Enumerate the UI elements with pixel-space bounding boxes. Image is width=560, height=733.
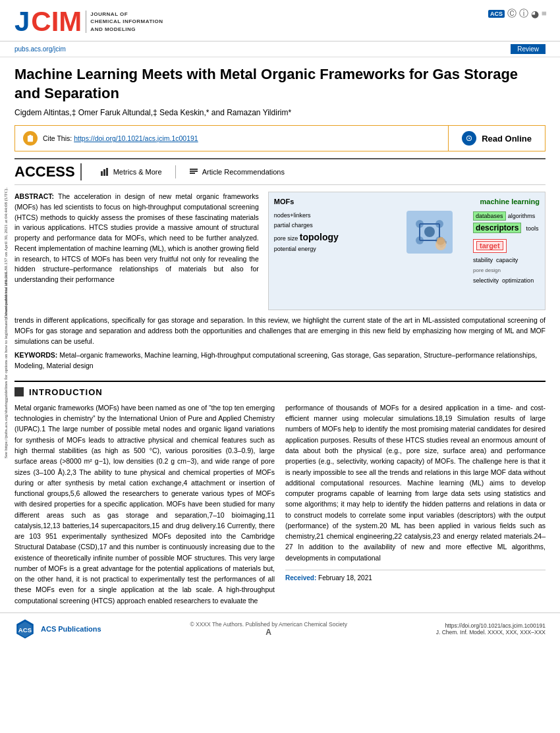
ga-nodes: nodes+linkers partial charges pore size … xyxy=(274,211,385,254)
received-section: Received: February 18, 2021 xyxy=(285,570,546,584)
svg-rect-0 xyxy=(101,171,103,176)
equals-icon: ≡ xyxy=(542,9,547,19)
review-badge: Review xyxy=(511,44,546,54)
ga-right-panel: databases algorithms descriptors tools t… xyxy=(473,211,540,286)
cc-icon: Ⓒ xyxy=(507,8,517,20)
logo-letters-cim: CIM xyxy=(31,8,82,36)
svg-point-23 xyxy=(437,237,445,245)
journal-name: JOURNAL OF CHEMICAL INFORMATION AND MODE… xyxy=(86,11,163,33)
intro-heading: INTRODUCTION xyxy=(29,387,103,397)
cite-row: Cite This: https://doi.org/10.1021/acs.j… xyxy=(14,125,546,151)
acs-icon: ACS xyxy=(488,10,505,18)
copyright-text: © XXXX The Authors. Published by America… xyxy=(190,621,347,628)
ga-molecular-img xyxy=(406,211,453,254)
journal-line3: AND MODELING xyxy=(90,26,163,33)
graphic-abstract: MOFs machine learning nodes+linkers part… xyxy=(268,192,546,310)
keywords-label: KEYWORDS: xyxy=(14,351,57,359)
authors: Cigdem Altintas,‡ Omer Faruk Altundal,‡ … xyxy=(14,108,546,117)
header: J CIM JOURNAL OF CHEMICAL INFORMATION AN… xyxy=(0,0,560,41)
read-svg xyxy=(465,134,473,142)
svg-rect-1 xyxy=(103,169,105,176)
cite-label: Cite This: xyxy=(43,134,72,142)
keywords: KEYWORDS: Metal–organic frameworks, Mach… xyxy=(14,350,546,371)
header-right: ACS Ⓒ ⓘ ◕ ≡ xyxy=(488,8,547,20)
access-divider xyxy=(175,165,176,178)
ga-databases: databases xyxy=(473,211,506,221)
graphic-abstract-col: MOFs machine learning nodes+linkers part… xyxy=(268,192,546,310)
acs-hexagon-logo: ACS xyxy=(14,618,36,639)
abstract-continuation: trends in different applications, specif… xyxy=(14,315,546,346)
received-date: February 18, 2021 xyxy=(318,574,372,582)
footer: ACS ACS Publications © XXXX The Authors.… xyxy=(0,612,560,645)
body-columns: Metal organic frameworks (MOFs) have bee… xyxy=(14,402,546,606)
ga-descriptors: descriptors xyxy=(473,223,521,233)
side-text-area: Downloaded via 181.215.80.157 on April 3… xyxy=(0,198,12,527)
body-col-left: Metal organic frameworks (MOFs) have bee… xyxy=(14,402,275,606)
abstract-section: ABSTRACT: The acceleration in design of … xyxy=(14,192,546,310)
cite-icon xyxy=(23,131,38,146)
ga-algorithms: algorithms xyxy=(508,213,536,219)
read-icon xyxy=(462,131,476,146)
received-label: Received: xyxy=(285,574,316,582)
ga-left-panel: nodes+linkers partial charges pore size … xyxy=(274,211,385,254)
footer-journal-ref: J. Chem. Inf. Model. XXXX, XXX, XXX–XXX xyxy=(436,629,546,636)
page-letter: A xyxy=(266,628,271,637)
cite-doi-link[interactable]: https://doi.org/10.1021/acs.jcim.1c00191 xyxy=(74,134,198,142)
ga-poredesign: pore design xyxy=(473,267,501,273)
svg-text:ACS: ACS xyxy=(18,626,32,634)
journal-logo: J CIM JOURNAL OF CHEMICAL INFORMATION AN… xyxy=(14,8,163,36)
info-icon: ⓘ xyxy=(519,8,528,20)
section-icon xyxy=(14,387,24,396)
ga-ml-label: machine learning xyxy=(480,198,540,205)
nav-link[interactable]: pubs.acs.org/jcim xyxy=(14,45,66,53)
ga-mofs-label: MOFs xyxy=(274,198,294,205)
body-col-right-text: performance of thousands of MOFs for a d… xyxy=(285,404,546,562)
sharing-info: See https://pubs.acs.org/sharingguidelin… xyxy=(3,271,9,458)
svg-rect-5 xyxy=(190,173,195,174)
page-wrapper: Downloaded via 181.215.80.157 on April 3… xyxy=(0,0,560,645)
ga-target: target xyxy=(476,241,503,250)
recommendations-item[interactable]: Article Recommendations xyxy=(189,167,285,176)
abstract-text: ABSTRACT: The acceleration in design of … xyxy=(14,192,259,285)
svg-rect-2 xyxy=(106,168,108,176)
footer-right: https://doi.org/10.1021/acs.jcim.1c00191… xyxy=(436,622,546,636)
share-icon: ◕ xyxy=(531,9,539,20)
nav-bar: pubs.acs.org/jcim Review xyxy=(0,41,560,57)
ga-center-img xyxy=(389,211,469,254)
metrics-label: Metrics & More xyxy=(113,168,162,176)
section-divider xyxy=(14,381,546,382)
section-title-intro: INTRODUCTION xyxy=(14,387,546,397)
keywords-text: Metal–organic frameworks, Machine learni… xyxy=(14,351,537,369)
journal-line2: CHEMICAL INFORMATION xyxy=(90,18,163,25)
recommendations-label: Article Recommendations xyxy=(202,168,285,176)
abstract-col: ABSTRACT: The acceleration in design of … xyxy=(14,192,259,310)
access-bar: ACCESS Metrics & More Article Recommenda… xyxy=(14,158,546,185)
abstract-label: ABSTRACT: xyxy=(14,192,54,200)
cite-svg xyxy=(26,134,35,143)
article-title: Machine Learning Meets with Metal Organi… xyxy=(14,65,546,103)
acs-pub-logo: ACS ACS Publications xyxy=(14,618,101,639)
access-label: ACCESS xyxy=(14,163,82,180)
acs-pub-text: ACS Publications xyxy=(41,625,101,633)
journal-line1: JOURNAL OF xyxy=(90,11,163,18)
read-section: Read Online xyxy=(449,126,545,151)
body-col-right: performance of thousands of MOFs for a d… xyxy=(285,402,546,606)
main-content: Machine Learning Meets with Metal Organi… xyxy=(0,57,560,606)
ga-stability-block: stability capacity pore design selectivi… xyxy=(473,256,540,286)
cite-section: Cite This: https://doi.org/10.1021/acs.j… xyxy=(15,126,449,151)
abstract-body: The acceleration in design of new metal … xyxy=(14,192,259,283)
read-online-label[interactable]: Read Online xyxy=(482,134,532,144)
metrics-icon xyxy=(100,167,109,176)
footer-doi: https://doi.org/10.1021/acs.jcim.1c00191 xyxy=(445,622,546,629)
ga-tools: tools xyxy=(526,225,538,232)
ga-topology: topology xyxy=(300,232,339,242)
license-icons: ACS Ⓒ ⓘ ◕ ≡ xyxy=(488,8,547,20)
metrics-item[interactable]: Metrics & More xyxy=(100,167,162,176)
svg-point-11 xyxy=(424,227,435,237)
logo-letter-j: J xyxy=(14,8,30,36)
recommendations-icon xyxy=(189,167,198,176)
footer-center: © XXXX The Authors. Published by America… xyxy=(101,621,436,637)
svg-rect-4 xyxy=(190,171,198,172)
svg-rect-3 xyxy=(190,169,198,170)
